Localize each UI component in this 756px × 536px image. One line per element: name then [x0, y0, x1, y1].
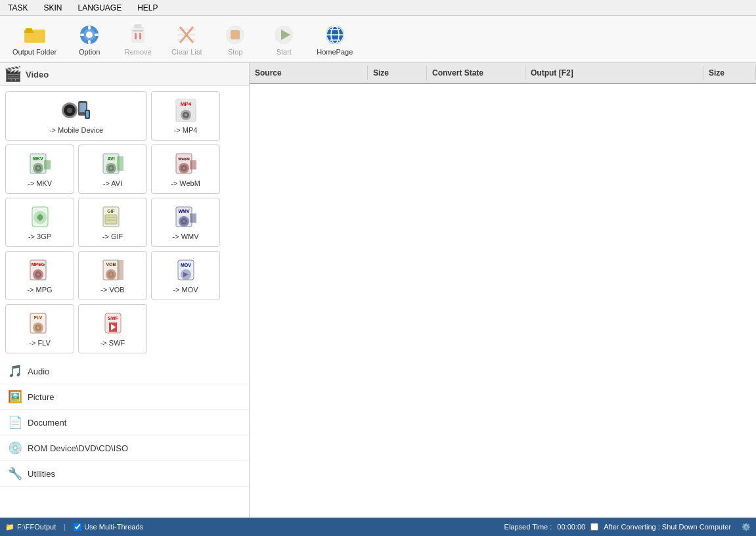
header-convert-state: Convert State: [427, 66, 525, 80]
menu-language[interactable]: LANGUAGE: [75, 2, 124, 14]
stop-button[interactable]: Stop: [212, 20, 258, 59]
menu-help[interactable]: HELP: [135, 2, 160, 14]
category-utilities[interactable]: 🔧 Utilities: [0, 461, 249, 487]
clear-list-button[interactable]: Clear List: [164, 20, 210, 59]
format-swf-label: -> SWF: [100, 339, 125, 347]
format-flv-icon: FLV: [27, 311, 53, 338]
menu-skin[interactable]: SKIN: [41, 2, 64, 14]
start-label: Start: [277, 48, 292, 56]
svg-rect-48: [44, 160, 51, 169]
svg-rect-11: [134, 24, 142, 28]
svg-point-79: [37, 273, 39, 276]
format-3gp[interactable]: -> 3GP: [5, 198, 74, 247]
settings-icon[interactable]: ⚙️: [742, 523, 751, 531]
svg-rect-13: [135, 33, 137, 39]
svg-rect-2: [26, 28, 32, 31]
format-mkv[interactable]: MKV -> MKV: [5, 145, 74, 194]
svg-rect-6: [88, 26, 91, 30]
format-webm-icon: WebM: [173, 151, 199, 178]
format-mpg[interactable]: MPEG -> MPG: [5, 251, 74, 300]
video-section-icon: 🎬: [4, 66, 22, 83]
clear-list-label: Clear List: [171, 48, 202, 56]
category-audio[interactable]: 🎵 Audio: [0, 359, 249, 384]
svg-point-60: [183, 167, 185, 169]
svg-text:MP4: MP4: [180, 101, 191, 107]
svg-rect-15: [177, 28, 196, 31]
svg-point-84: [110, 273, 112, 276]
output-folder-button[interactable]: Output Folder: [5, 20, 64, 59]
svg-text:AVI: AVI: [107, 156, 114, 161]
clear-list-icon: [175, 23, 198, 47]
audio-icon: 🎵: [8, 364, 22, 378]
format-gif[interactable]: GIF -> GIF: [78, 198, 147, 247]
video-section-header: 🎬 Video: [0, 63, 249, 86]
threads-label: Use Multi-Threads: [84, 523, 143, 531]
format-mkv-label: -> MKV: [28, 179, 52, 187]
picture-icon: 🖼️: [8, 390, 22, 404]
audio-label: Audio: [28, 367, 49, 376]
format-mov-label: -> MOV: [173, 286, 198, 294]
svg-point-32: [67, 108, 72, 113]
right-panel: Source Size Convert State Output [F2] Si…: [250, 63, 756, 518]
stop-icon: [223, 23, 247, 47]
svg-point-73: [183, 220, 185, 223]
format-flv[interactable]: FLV -> FLV: [5, 304, 74, 353]
option-button[interactable]: Option: [66, 20, 112, 59]
category-rom-device[interactable]: 💿 ROM Device\DVD\CD\ISO: [0, 436, 249, 461]
svg-rect-36: [86, 111, 89, 118]
list-header: Source Size Convert State Output [F2] Si…: [250, 63, 756, 84]
svg-rect-8: [80, 34, 84, 36]
header-output: Output [F2]: [525, 66, 703, 80]
format-webm[interactable]: WebM -> WebM: [151, 145, 220, 194]
header-size: Size: [368, 66, 427, 80]
svg-text:WMV: WMV: [178, 209, 189, 213]
remove-label: Remove: [125, 48, 152, 56]
svg-text:MOV: MOV: [181, 263, 191, 267]
category-document[interactable]: 📄 Document: [0, 410, 249, 436]
utilities-label: Utilities: [28, 469, 55, 479]
svg-rect-61: [190, 160, 196, 169]
svg-rect-66: [105, 215, 117, 224]
format-swf-icon: SWF: [100, 311, 126, 338]
format-mobile-device-icon: [60, 98, 93, 125]
file-list-body: [250, 84, 756, 518]
svg-point-42: [185, 114, 187, 116]
format-webm-label: -> WebM: [171, 179, 200, 187]
document-icon: 📄: [8, 415, 22, 430]
shutdown-checkbox[interactable]: [590, 523, 598, 531]
homepage-button[interactable]: HomePage: [309, 20, 360, 59]
video-format-grid: -> Mobile Device MP4 -> MP4: [0, 86, 249, 359]
format-wmv[interactable]: WMV -> WMV: [151, 198, 220, 247]
folder-path: F:\FFOutput: [17, 523, 56, 531]
format-mobile-device-label: -> Mobile Device: [49, 126, 103, 134]
menu-task[interactable]: TASK: [5, 2, 30, 14]
format-avi-label: -> AVI: [103, 179, 122, 187]
header-source: Source: [250, 66, 368, 80]
rom-device-label: ROM Device\DVD\CD\ISO: [28, 443, 128, 453]
category-picture[interactable]: 🖼️ Picture: [0, 384, 249, 410]
format-swf[interactable]: SWF -> SWF: [78, 304, 147, 353]
format-mobile-device[interactable]: -> Mobile Device: [5, 91, 147, 141]
header-output-size: Size: [703, 66, 756, 80]
format-mpg-label: -> MPG: [27, 286, 52, 294]
svg-text:MPEG: MPEG: [31, 262, 45, 267]
svg-rect-14: [139, 33, 141, 39]
rom-device-icon: 💿: [8, 441, 22, 455]
format-avi[interactable]: AVI -> AVI: [78, 145, 147, 194]
remove-button[interactable]: Remove: [115, 20, 161, 59]
status-folder: 📁 F:\FFOutput: [5, 523, 56, 531]
start-button[interactable]: Start: [261, 20, 307, 59]
threads-checkbox[interactable]: [74, 523, 81, 531]
format-wmv-icon: WMV: [173, 204, 199, 231]
format-mp4[interactable]: MP4 -> MP4: [151, 91, 220, 141]
format-gif-label: -> GIF: [102, 233, 123, 240]
format-3gp-label: -> 3GP: [28, 233, 51, 240]
format-vob[interactable]: VOB -> VOB: [78, 251, 147, 300]
shutdown-label: After Converting : Shut Down Computer: [604, 523, 731, 531]
video-section-label: Video: [26, 70, 49, 79]
format-mov[interactable]: MOV -> MOV: [151, 251, 220, 300]
format-mp4-icon: MP4: [173, 98, 199, 125]
toolbar: Output Folder Option Remove Clear List S…: [0, 16, 756, 63]
svg-rect-55: [118, 160, 120, 167]
format-3gp-icon: [27, 204, 53, 231]
